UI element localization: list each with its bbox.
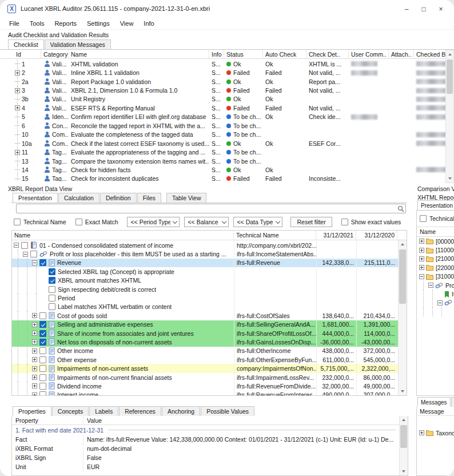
menu-reports[interactable]: Reports	[49, 18, 82, 29]
audit-row[interactable]: 13 Tag... Compare the taxonomy extension…	[14, 157, 445, 165]
technical-name-checkbox[interactable]: Technical Name	[14, 219, 66, 225]
tab-messages[interactable]: Messages	[417, 397, 451, 407]
tab-possible-values[interactable]: Possible Values	[201, 406, 254, 416]
checkbox[interactable]	[39, 365, 46, 372]
audit-row[interactable]: 11 Tag... Evaluate the appropriateness o…	[14, 148, 445, 156]
column-header-attachments[interactable]: Attach..	[389, 50, 414, 58]
expander-icon[interactable]	[14, 243, 19, 248]
checkbox[interactable]	[39, 321, 46, 328]
tree-row[interactable]: [220000	[417, 263, 454, 272]
scroll-thumb[interactable]	[447, 60, 453, 94]
expander-icon[interactable]	[32, 392, 37, 395]
tree-row[interactable]: Impairments of non-current assets compan…	[12, 364, 398, 372]
tree-row[interactable]: Profit	[417, 281, 454, 289]
info-link[interactable]: S...	[209, 130, 224, 139]
expander-icon[interactable]	[32, 366, 37, 371]
search-input[interactable]	[17, 204, 396, 213]
scroll-down-button[interactable]	[446, 174, 453, 183]
expander-icon[interactable]	[23, 252, 28, 257]
scroll-down-button[interactable]	[399, 387, 407, 395]
comparison-technical-name-checkbox[interactable]: Technical Name	[417, 211, 454, 226]
menu-file[interactable]: File	[4, 18, 25, 29]
scroll-thumb[interactable]	[399, 249, 406, 304]
column-header-info[interactable]: Info	[209, 50, 224, 58]
show-exact-values-checkbox[interactable]: Show exact values	[341, 219, 401, 225]
checkbox[interactable]	[39, 356, 46, 363]
tree-row[interactable]: Share of income from associates and join…	[12, 329, 398, 338]
audit-row[interactable]: 10a Com... Check if the latest correct E…	[14, 139, 445, 148]
column-header-2021[interactable]: 31/12/2021	[316, 231, 356, 240]
audit-row[interactable]: 2 Vali... Inline XBRL 1.1 validation S..…	[14, 68, 445, 77]
info-link[interactable]: S...	[209, 157, 224, 165]
tab-labels[interactable]: Labels	[89, 406, 118, 416]
tree-row[interactable]: Ite	[417, 289, 454, 298]
info-link[interactable]: S...	[209, 165, 224, 174]
info-link[interactable]: S...	[209, 104, 224, 112]
expander-icon[interactable]	[15, 150, 20, 155]
checkbox[interactable]	[49, 286, 55, 293]
scroll-down-button[interactable]	[400, 467, 408, 475]
checkbox[interactable]	[39, 312, 46, 319]
tree-row[interactable]: Selling and administrative expenses ifrs…	[12, 320, 398, 329]
tab-definition[interactable]: Definition	[100, 193, 137, 203]
info-link[interactable]: S...	[209, 95, 224, 104]
column-header-category[interactable]: Category	[41, 50, 69, 58]
checkbox[interactable]	[49, 277, 55, 284]
scroll-track[interactable]	[399, 248, 407, 387]
tab-anchoring[interactable]: Anchoring	[162, 406, 200, 416]
maximize-button[interactable]: □	[415, 2, 432, 16]
expander-icon[interactable]	[32, 348, 37, 354]
tree-row[interactable]: Label matches XHTML verbatim or content	[12, 303, 398, 311]
expander-icon[interactable]	[419, 274, 424, 279]
expander-icon[interactable]	[419, 265, 424, 270]
audit-row[interactable]: 3 Vali... XBRL 2.1, Dimension 1.0 & Form…	[14, 86, 445, 94]
tree-row[interactable]: Interest income ifrs-full:RevenueFromInt…	[12, 391, 398, 395]
checkbox[interactable]	[30, 251, 37, 257]
scroll-up-button[interactable]	[399, 240, 407, 248]
audit-row[interactable]: 1 Vali... XHTML validation S... Ok Ok XH…	[14, 60, 445, 68]
column-header-technical-name[interactable]: Technical Name	[234, 231, 316, 240]
expander-icon[interactable]	[32, 331, 37, 336]
minimize-button[interactable]: –	[398, 2, 415, 16]
scroll-up-button[interactable]	[400, 416, 408, 424]
audit-row[interactable]: 5 Iden... Confirm report identifier LEI …	[14, 113, 445, 121]
tree-row[interactable]: Cost of goods sold ifrs-full:CostOfSales…	[12, 311, 398, 320]
checkbox[interactable]	[39, 374, 46, 381]
tab-checklist[interactable]: Checklist	[8, 39, 44, 50]
tree-row[interactable]: Sign respecting debit/credit is correct	[12, 285, 398, 293]
tree-row[interactable]: [000000	[417, 237, 454, 245]
expander-icon[interactable]	[32, 260, 37, 265]
tab-properties[interactable]: Properties	[451, 397, 454, 407]
tab-presentation[interactable]: Presentation	[417, 200, 454, 211]
tree-row[interactable]: Pr	[417, 307, 454, 316]
column-header-status[interactable]: Status	[224, 50, 263, 58]
tree-row[interactable]: Profit	[417, 299, 454, 307]
audit-row[interactable]: 3b Vali... Unit Registry S... Ok Ok	[14, 95, 445, 104]
expander-icon[interactable]	[15, 70, 20, 76]
audit-scrollbar[interactable]	[445, 50, 454, 183]
menu-view[interactable]: View	[115, 18, 139, 29]
column-header-2020[interactable]: 31/12/2020	[356, 231, 397, 240]
tree-row[interactable]: Other income ifrs-full:OtherIncome 438,0…	[12, 347, 398, 355]
tab-presentation[interactable]: Presentation	[13, 193, 58, 203]
tree-row[interactable]: Net loss on disposals of non-current ass…	[12, 338, 398, 346]
checkbox[interactable]	[39, 383, 46, 390]
expander-icon[interactable]	[419, 256, 424, 261]
tree-row[interactable]: Revenue ifrs-full:Revenue 142,338,0... 2…	[12, 259, 398, 267]
audit-row[interactable]: 14 Tag... Check for hidden facts S... Ok…	[14, 165, 445, 174]
info-link[interactable]: S...	[209, 121, 224, 130]
scroll-track[interactable]	[446, 58, 453, 174]
tab-calculation[interactable]: Calculation	[58, 193, 99, 203]
checkbox[interactable]	[39, 391, 46, 395]
balance-dropdown[interactable]: << Balance >>	[184, 217, 229, 227]
properties-scrollbar[interactable]	[399, 416, 408, 475]
info-link[interactable]: S...	[209, 148, 224, 156]
column-header-auto-check[interactable]: Auto Check	[263, 50, 306, 58]
info-link[interactable]: S...	[209, 60, 224, 68]
tab-references[interactable]: References	[119, 406, 161, 416]
close-button[interactable]: ×	[432, 2, 449, 16]
property-row[interactable]: iXBRL Sign False	[12, 453, 399, 462]
exact-match-checkbox[interactable]: Exact Match	[75, 219, 118, 225]
tree-row[interactable]: Dividend income ifrs-full:RevenueFromDiv…	[12, 382, 398, 390]
expander-icon[interactable]	[419, 430, 424, 435]
